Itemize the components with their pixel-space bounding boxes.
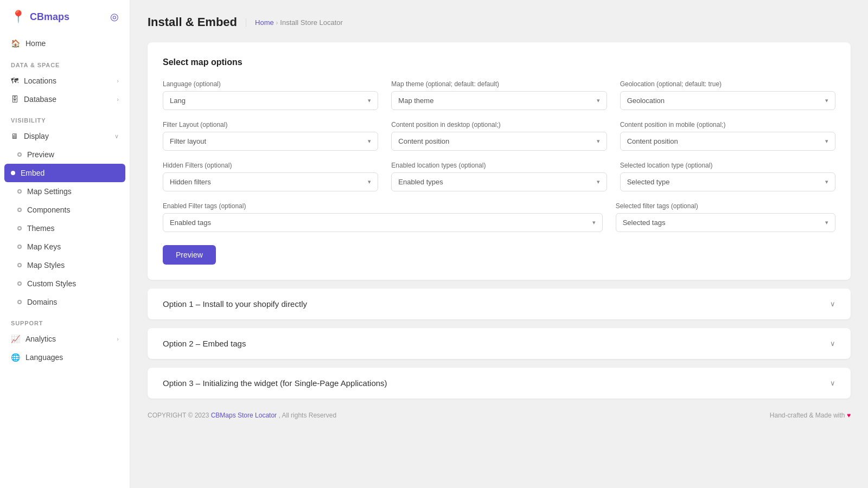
breadcrumb-current: Install Store Locator — [280, 18, 343, 27]
accordion-option2: Option 2 – Embed tags ∨ — [148, 328, 851, 359]
enabled-tags-label: Enabled Filter tags (optional) — [163, 202, 603, 210]
language-value: Lang — [170, 97, 186, 105]
display-icon: 🖥 — [11, 132, 18, 140]
sidebar-item-label: Map Styles — [27, 261, 65, 269]
chevron-down-icon: ∨ — [830, 339, 835, 348]
chevron-down-icon: ▾ — [825, 138, 828, 145]
dot-icon — [11, 171, 15, 175]
selected-tags-value: Selected tags — [623, 219, 666, 227]
sidebar-item-label: Embed — [21, 169, 44, 177]
selected-type-label: Selected location type (optional) — [620, 162, 835, 169]
footer-brand-link[interactable]: CBMaps Store Locator — [211, 412, 277, 419]
sidebar-item-label: Languages — [25, 353, 63, 362]
enabled-tags-select[interactable]: Enabled tags ▾ — [163, 213, 603, 232]
content-position-desktop-select[interactable]: Content position ▾ — [391, 132, 607, 151]
dot-icon — [17, 245, 22, 249]
chevron-down-icon: ▾ — [597, 97, 600, 104]
content-position-mobile-select[interactable]: Content position ▾ — [620, 132, 835, 151]
chevron-down-icon: ▾ — [368, 138, 371, 145]
sidebar-item-map-settings[interactable]: Map Settings — [0, 182, 130, 201]
language-select[interactable]: Lang ▾ — [163, 91, 378, 110]
chevron-right-icon: › — [117, 96, 119, 102]
breadcrumb: Home › Install Store Locator — [246, 18, 343, 27]
map-theme-select[interactable]: Map theme ▾ — [391, 91, 607, 110]
home-icon: 🏠 — [11, 39, 20, 48]
section-label-data: DATA & SPACE — [0, 53, 130, 72]
sidebar-item-locations[interactable]: 🗺 Locations › — [0, 72, 130, 90]
selected-tags-label: Selected filter tags (optional) — [616, 202, 835, 210]
sidebar-item-label: Custom Styles — [27, 279, 76, 288]
card-title: Select map options — [163, 57, 835, 67]
sidebar-item-label: Domains — [27, 298, 57, 306]
map-theme-label: Map theme (optional; default: default) — [391, 80, 607, 88]
accordion-option1-header[interactable]: Option 1 – Install to your shopify direc… — [148, 288, 851, 319]
logo-text: CBmaps — [30, 11, 69, 23]
selected-tags-select[interactable]: Selected tags ▾ — [616, 213, 835, 232]
chevron-down-icon: ▾ — [597, 138, 600, 145]
sidebar-item-domains[interactable]: Domains — [0, 293, 130, 311]
geolocation-group: Geolocation (optional; default: true) Ge… — [620, 80, 835, 110]
sidebar-item-map-styles[interactable]: Map Styles — [0, 256, 130, 274]
dot-icon — [17, 152, 22, 157]
content-position-mobile-value: Content position — [627, 137, 678, 145]
footer-handcrafted: Hand-crafted & Made with ♥ — [770, 412, 851, 419]
database-icon: 🗄 — [11, 95, 18, 104]
sidebar-item-database[interactable]: 🗄 Database › — [0, 90, 130, 108]
accordion-option3-header[interactable]: Option 3 – Initializing the widget (for … — [148, 368, 851, 399]
form-row-3: Hidden Filters (optional) Hidden filters… — [163, 162, 835, 191]
hidden-filters-select[interactable]: Hidden filters ▾ — [163, 172, 378, 191]
dot-icon — [17, 263, 22, 267]
accordion-option2-header[interactable]: Option 2 – Embed tags ∨ — [148, 328, 851, 359]
sidebar-item-themes[interactable]: Themes — [0, 219, 130, 237]
enabled-types-value: Enabled types — [398, 178, 443, 186]
copyright-text: COPYRIGHT © 2023 — [148, 412, 209, 419]
chevron-down-icon: ▾ — [597, 178, 600, 185]
sidebar-item-components[interactable]: Components — [0, 201, 130, 219]
geolocation-select[interactable]: Geolocation ▾ — [620, 91, 835, 110]
enabled-tags-group: Enabled Filter tags (optional) Enabled t… — [163, 202, 603, 232]
footer-copyright: COPYRIGHT © 2023 CBMaps Store Locator , … — [148, 412, 336, 419]
chevron-right-icon: › — [117, 78, 119, 84]
filter-layout-value: Filter layout — [170, 137, 206, 145]
preview-button[interactable]: Preview — [163, 245, 216, 265]
chevron-down-icon: ∨ — [114, 133, 119, 140]
sidebar-item-custom-styles[interactable]: Custom Styles — [0, 274, 130, 293]
sidebar-item-preview[interactable]: Preview — [0, 145, 130, 164]
dot-icon — [17, 208, 22, 212]
breadcrumb-home[interactable]: Home — [255, 18, 274, 27]
accordion-option1: Option 1 – Install to your shopify direc… — [148, 288, 851, 319]
chevron-down-icon: ▾ — [825, 219, 828, 226]
sidebar-item-map-keys[interactable]: Map Keys — [0, 237, 130, 256]
enabled-types-select[interactable]: Enabled types ▾ — [391, 172, 607, 191]
chevron-down-icon: ▾ — [825, 97, 828, 104]
enabled-tags-value: Enabled tags — [170, 219, 211, 227]
selected-type-select[interactable]: Selected type ▾ — [620, 172, 835, 191]
content-position-desktop-value: Content position — [398, 137, 449, 145]
accordion-option1-title: Option 1 – Install to your shopify direc… — [163, 299, 307, 309]
selected-tags-group: Selected filter tags (optional) Selected… — [616, 202, 835, 232]
hidden-filters-value: Hidden filters — [170, 178, 211, 186]
sidebar-item-home[interactable]: 🏠 Home — [0, 34, 130, 53]
dot-icon — [17, 281, 22, 286]
filter-layout-group: Filter Layout (optional) Filter layout ▾ — [163, 121, 378, 151]
dot-icon — [17, 226, 22, 230]
sidebar-item-languages[interactable]: 🌐 Languages — [0, 348, 130, 367]
map-theme-group: Map theme (optional; default: default) M… — [391, 80, 607, 110]
sidebar-item-embed[interactable]: Embed — [4, 164, 125, 182]
settings-icon[interactable]: ◎ — [110, 11, 119, 23]
sidebar-item-label: Components — [27, 206, 70, 214]
handcrafted-text: Hand-crafted & Made with — [770, 412, 845, 419]
home-label: Home — [25, 39, 46, 48]
chevron-down-icon: ▾ — [825, 178, 828, 185]
filter-layout-select[interactable]: Filter layout ▾ — [163, 132, 378, 151]
section-label-support: SUPPORT — [0, 311, 130, 330]
form-row-tags: Enabled Filter tags (optional) Enabled t… — [163, 202, 835, 232]
sidebar-item-analytics[interactable]: 📈 Analytics › — [0, 330, 130, 348]
content-position-mobile-label: Content position in mobile (optional;) — [620, 121, 835, 129]
sidebar-logo[interactable]: 📍 CBmaps ◎ — [0, 0, 130, 34]
chevron-down-icon: ∨ — [830, 300, 835, 308]
language-group: Language (optional) Lang ▾ — [163, 80, 378, 110]
sidebar-item-label: Preview — [27, 150, 54, 159]
sidebar-item-display[interactable]: 🖥 Display ∨ — [0, 127, 130, 145]
dot-icon — [17, 189, 22, 194]
